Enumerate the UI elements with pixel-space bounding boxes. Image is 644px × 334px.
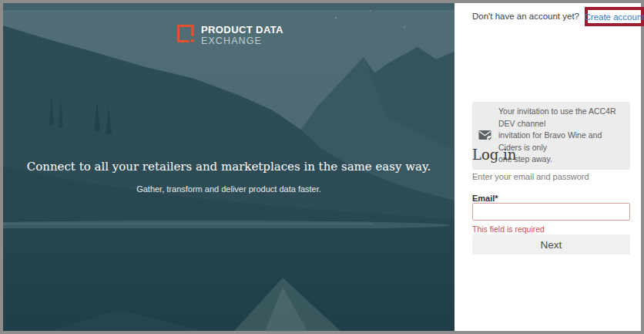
- screenshot-frame: PRODUCT DATA EXCHANGE Connect to all you…: [0, 0, 644, 334]
- create-account-annotation-box: Create account: [585, 7, 644, 26]
- hero-copy: Connect to all your retailers and market…: [3, 160, 454, 194]
- hero-subheadline: Gather, transform and deliver product da…: [3, 184, 454, 194]
- hero-panel: PRODUCT DATA EXCHANGE Connect to all you…: [3, 3, 454, 331]
- brand-square-icon: [176, 23, 196, 44]
- invitation-text: Your invitation to use the ACC4R DEV cha…: [498, 106, 623, 166]
- email-field[interactable]: [472, 203, 630, 221]
- login-panel: Don't have an account yet? Create accoun…: [454, 3, 641, 331]
- logo-line1: PRODUCT DATA: [201, 25, 283, 35]
- envelope-check-icon: [478, 130, 493, 141]
- no-account-question: Don't have an account yet?: [472, 12, 579, 21]
- create-account-link[interactable]: Create account: [585, 12, 644, 22]
- logo-line2: EXCHANGE: [201, 36, 283, 46]
- hero-headline: Connect to all your retailers and market…: [3, 160, 454, 174]
- login-subtitle: Enter your email and password: [472, 172, 589, 181]
- product-data-exchange-logo: PRODUCT DATA EXCHANGE: [176, 23, 283, 46]
- email-error-message: This field is required: [472, 224, 545, 234]
- login-title: Log in: [472, 147, 516, 163]
- invitation-text-line: Your invitation to use the ACC4R DEV cha…: [498, 106, 623, 130]
- logo-wordmark: PRODUCT DATA EXCHANGE: [201, 23, 283, 46]
- email-label: Email*: [472, 194, 498, 203]
- next-button[interactable]: Next: [472, 234, 630, 255]
- invitation-text-line: one step away.: [498, 154, 623, 166]
- invitation-text-line: invitation for Bravo Wine and Ciders is …: [498, 130, 623, 154]
